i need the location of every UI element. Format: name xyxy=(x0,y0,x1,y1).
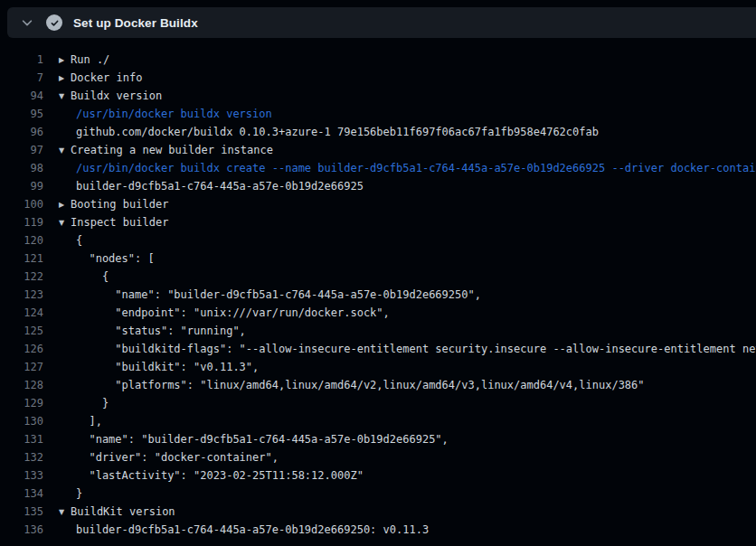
log-output-text: ], xyxy=(76,412,102,430)
log-line: 95/usr/bin/docker buildx version xyxy=(0,105,756,123)
line-number[interactable]: 130 xyxy=(0,412,43,430)
log-line: 133 "lastActivity": "2023-02-25T11:58:12… xyxy=(0,466,756,485)
log-line: 1▶Run ./ xyxy=(0,51,756,69)
log-group-header[interactable]: ▶Docker info xyxy=(59,69,142,87)
log-group-label: Buildx version xyxy=(71,89,162,102)
log-line: 126 "buildkitd-flags": "--allow-insecure… xyxy=(0,340,756,358)
log-line: 124 "endpoint": "unix:///var/run/docker.… xyxy=(0,304,756,322)
step-title: Set up Docker Buildx xyxy=(73,16,198,30)
triangle-collapsed-icon: ▶ xyxy=(59,52,71,69)
line-number[interactable]: 98 xyxy=(0,159,43,177)
line-number[interactable]: 133 xyxy=(0,466,43,485)
line-number[interactable]: 127 xyxy=(0,358,43,376)
line-number[interactable]: 120 xyxy=(0,231,43,249)
log-line: 130 ], xyxy=(0,412,756,430)
log-output-text: builder-d9cfb5a1-c764-445a-a57e-0b19d2e6… xyxy=(76,177,364,195)
log-group-header[interactable]: ▼Creating a new builder instance xyxy=(59,141,273,159)
log-group-label: Inspect builder xyxy=(71,216,168,229)
log-output-text: "driver": "docker-container", xyxy=(76,448,279,466)
log-output-text: "platforms": "linux/amd64,linux/amd64/v2… xyxy=(76,376,645,394)
log-line: 135▼BuildKit version xyxy=(0,503,756,521)
log-line: 120{ xyxy=(0,231,756,249)
log-line: 100▶Booting builder xyxy=(0,195,756,213)
log-group-label: Creating a new builder instance xyxy=(71,144,273,156)
line-number[interactable]: 99 xyxy=(0,177,43,195)
log-output-text: "buildkitd-flags": "--allow-insecure-ent… xyxy=(76,340,756,358)
triangle-collapsed-icon: ▶ xyxy=(59,196,71,213)
log-line: 125 "status": "running", xyxy=(0,322,756,340)
log-output-text: "name": "builder-d9cfb5a1-c764-445a-a57e… xyxy=(76,286,481,304)
line-number[interactable]: 97 xyxy=(0,141,43,159)
log-output-text: { xyxy=(76,268,109,286)
log-group-header[interactable]: ▶Booting builder xyxy=(59,195,168,213)
line-number[interactable]: 132 xyxy=(0,448,43,466)
log-line: 98/usr/bin/docker buildx create --name b… xyxy=(0,159,756,177)
log-line: 99builder-d9cfb5a1-c764-445a-a57e-0b19d2… xyxy=(0,177,756,195)
line-number[interactable]: 96 xyxy=(0,123,43,141)
line-number[interactable]: 131 xyxy=(0,430,43,448)
log-group-header[interactable]: ▼BuildKit version xyxy=(59,503,175,521)
log-group-header[interactable]: ▼Inspect builder xyxy=(59,213,168,231)
line-number[interactable]: 123 xyxy=(0,286,43,304)
log-output-text: } xyxy=(76,485,82,503)
triangle-collapsed-icon: ▶ xyxy=(59,70,71,87)
log-command-text: /usr/bin/docker buildx create --name bui… xyxy=(76,159,756,177)
log-group-header[interactable]: ▶Run ./ xyxy=(59,51,109,69)
triangle-expanded-icon: ▼ xyxy=(59,88,71,105)
log-command-text: /usr/bin/docker buildx version xyxy=(76,105,272,123)
step-header: Set up Docker Buildx xyxy=(7,7,756,38)
log-viewer: 1▶Run ./7▶Docker info94▼Buildx version95… xyxy=(0,51,756,539)
log-line: 136builder-d9cfb5a1-c764-445a-a57e-0b19d… xyxy=(0,521,756,539)
log-line: 129 } xyxy=(0,394,756,412)
log-output-text: "buildkit": "v0.11.3", xyxy=(76,358,259,376)
log-output-text: "status": "running", xyxy=(76,322,246,340)
line-number[interactable]: 1 xyxy=(0,51,43,69)
log-output-text: } xyxy=(76,394,109,412)
log-line: 7▶Docker info xyxy=(0,69,756,87)
line-number[interactable]: 121 xyxy=(0,249,43,268)
log-output-text: github.com/docker/buildx 0.10.3+azure-1 … xyxy=(76,123,599,141)
triangle-expanded-icon: ▼ xyxy=(59,504,71,521)
log-line: 127 "buildkit": "v0.11.3", xyxy=(0,358,756,376)
line-number[interactable]: 7 xyxy=(0,69,43,87)
log-line: 121 "nodes": [ xyxy=(0,249,756,268)
line-number[interactable]: 124 xyxy=(0,304,43,322)
log-line: 131 "name": "builder-d9cfb5a1-c764-445a-… xyxy=(0,430,756,448)
check-circle-icon xyxy=(46,14,62,31)
log-group-label: BuildKit version xyxy=(71,505,175,518)
log-group-label: Run ./ xyxy=(71,53,109,66)
log-output-text: "lastActivity": "2023-02-25T11:58:12.000… xyxy=(76,466,364,485)
log-output-text: builder-d9cfb5a1-c764-445a-a57e-0b19d2e6… xyxy=(76,521,429,539)
line-number[interactable]: 119 xyxy=(0,213,43,231)
line-number[interactable]: 100 xyxy=(0,195,43,213)
line-number[interactable]: 95 xyxy=(0,105,43,123)
triangle-expanded-icon: ▼ xyxy=(59,142,71,159)
log-line: 132 "driver": "docker-container", xyxy=(0,448,756,466)
log-line: 123 "name": "builder-d9cfb5a1-c764-445a-… xyxy=(0,286,756,304)
triangle-expanded-icon: ▼ xyxy=(59,214,71,231)
log-group-label: Booting builder xyxy=(71,198,168,211)
log-line: 128 "platforms": "linux/amd64,linux/amd6… xyxy=(0,376,756,394)
line-number[interactable]: 122 xyxy=(0,268,43,286)
log-line: 96github.com/docker/buildx 0.10.3+azure-… xyxy=(0,123,756,141)
log-output-text: "name": "builder-d9cfb5a1-c764-445a-a57e… xyxy=(76,430,449,448)
line-number[interactable]: 129 xyxy=(0,394,43,412)
line-number[interactable]: 128 xyxy=(0,376,43,394)
log-line: 119▼Inspect builder xyxy=(0,213,756,231)
line-number[interactable]: 94 xyxy=(0,87,43,105)
line-number[interactable]: 135 xyxy=(0,503,43,521)
log-line: 134} xyxy=(0,485,756,503)
line-number[interactable]: 125 xyxy=(0,322,43,340)
log-group-label: Docker info xyxy=(71,71,142,84)
log-line: 122 { xyxy=(0,268,756,286)
line-number[interactable]: 126 xyxy=(0,340,43,358)
log-group-header[interactable]: ▼Buildx version xyxy=(59,87,162,105)
line-number[interactable]: 136 xyxy=(0,521,43,539)
log-output-text: "endpoint": "unix:///var/run/docker.sock… xyxy=(76,304,390,322)
log-line: 97▼Creating a new builder instance xyxy=(0,141,756,159)
line-number[interactable]: 134 xyxy=(0,485,43,503)
log-line: 94▼Buildx version xyxy=(0,87,756,105)
log-output-text: { xyxy=(76,231,82,249)
chevron-down-icon[interactable] xyxy=(18,14,36,32)
log-output-text: "nodes": [ xyxy=(76,249,155,268)
